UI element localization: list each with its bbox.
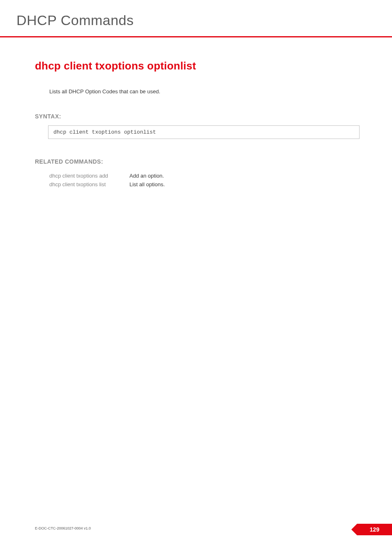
section-description: Lists all DHCP Option Codes that can be … xyxy=(49,88,160,95)
section-heading: dhcp client txoptions optionlist xyxy=(35,60,196,72)
header-divider xyxy=(0,36,392,37)
table-row: dhcp client txoptions list List all opti… xyxy=(49,181,165,187)
page-number-badge: 129 xyxy=(357,524,392,535)
table-row: dhcp client txoptions add Add an option. xyxy=(49,173,165,179)
syntax-code-box: dhcp client txoptions optionlist xyxy=(48,125,360,139)
related-commands-label: RELATED COMMANDS: xyxy=(35,158,103,165)
syntax-label: SYNTAX: xyxy=(35,113,61,120)
related-command-description: List all options. xyxy=(129,181,165,187)
footer-doc-id: E-DOC-CTC-20061027-0004 v1.0 xyxy=(35,526,91,530)
related-command-description: Add an option. xyxy=(129,173,164,179)
related-command-link[interactable]: dhcp client txoptions list xyxy=(49,181,129,187)
related-commands-table: dhcp client txoptions add Add an option.… xyxy=(49,173,165,190)
related-command-link[interactable]: dhcp client txoptions add xyxy=(49,173,129,179)
chapter-title: DHCP Commands xyxy=(16,12,134,28)
page-number: 129 xyxy=(370,526,379,533)
